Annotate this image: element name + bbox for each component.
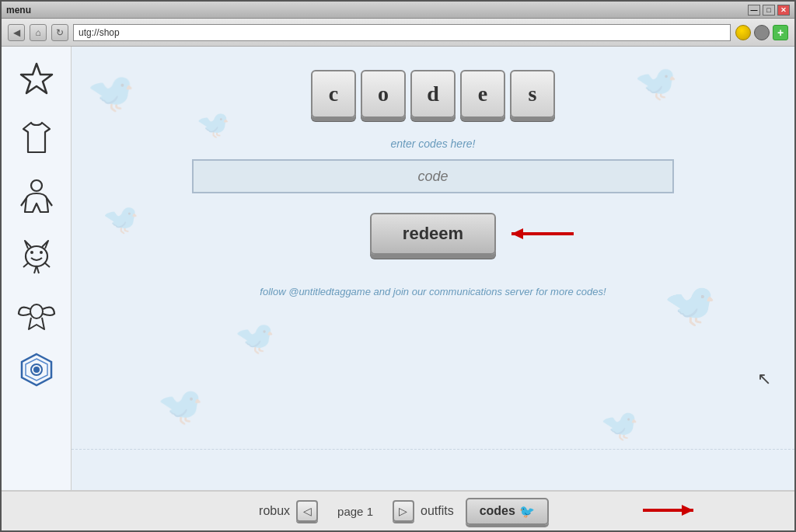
redeem-button[interactable]: redeem [370,213,496,255]
codes-tab-label: codes [480,504,515,518]
svg-point-6 [40,251,43,254]
svg-marker-13 [511,228,523,239]
settings-icon[interactable] [754,25,770,40]
wings-icon [16,292,58,334]
codes-title: c o d e s [311,70,555,118]
code-input-container [192,159,674,193]
pet-icon [17,235,56,275]
add-icon[interactable]: + [773,25,788,40]
star-icon [17,61,56,99]
title-bar: menu — □ ✕ [2,2,794,19]
codes-tab-button[interactable]: codes 🐦 [466,498,549,525]
window-title: menu [6,5,31,16]
key-d: d [410,70,456,118]
right-arrow-button[interactable]: ▷ [393,500,414,522]
redeem-container: redeem [370,213,496,255]
minimize-button[interactable]: — [748,5,760,16]
page-info: page 1 [330,505,381,518]
redeem-arrow [496,222,581,245]
sidebar-item-pet[interactable] [15,233,58,276]
shirt-icon [17,118,56,158]
sidebar [2,47,72,490]
main-window: menu — □ ✕ ◀ ⌂ ↻ + 🐦 🐦 🐦 🐦 🐦 🐦 🐦 🐦 [0,0,796,532]
codes-arrow [635,495,705,526]
window-controls: — □ ✕ [748,5,790,16]
enter-codes-label: enter codes here! [391,137,476,150]
toolbar-icons: + [735,25,788,40]
bottom-nav-bar: robux ◁ page 1 ▷ outfits codes 🐦 [2,490,794,530]
main-content: 🐦 🐦 🐦 🐦 🐦 🐦 🐦 🐦 🐦 [2,47,794,490]
cursor-icon: ↖ [757,369,771,389]
outfits-label: outfits [421,504,454,518]
key-s: s [510,70,555,118]
maximize-button[interactable]: □ [763,5,775,16]
back-button[interactable]: ◀ [8,24,25,41]
sidebar-item-favorites[interactable] [15,58,58,101]
content-area: c o d e s enter codes here! redeem follo… [72,47,794,490]
svg-point-11 [33,367,40,373]
sidebar-item-badge[interactable] [15,349,58,392]
sidebar-item-clothing[interactable] [15,116,58,159]
character-icon [17,176,56,217]
refresh-button[interactable]: ↻ [51,24,68,41]
svg-marker-0 [21,64,52,93]
key-o: o [361,70,406,118]
robux-label: robux [259,504,290,518]
svg-point-7 [30,304,43,318]
browser-toolbar: ◀ ⌂ ↻ + [2,19,794,47]
follow-text: follow @untitledtaggame and join our com… [260,286,606,297]
close-button[interactable]: ✕ [777,5,790,16]
code-input[interactable] [192,159,674,193]
svg-point-5 [30,251,33,254]
key-e: e [460,70,505,118]
badge-icon [17,351,56,391]
address-bar[interactable] [73,24,731,41]
left-arrow-button[interactable]: ◁ [296,500,318,522]
sidebar-item-character[interactable] [15,175,58,217]
svg-marker-15 [682,505,693,516]
svg-point-1 [31,180,42,191]
outfits-nav-item[interactable]: ▷ outfits [381,500,466,522]
coin-icon [735,25,751,40]
robux-nav-item[interactable]: robux ◁ [247,500,330,522]
home-button[interactable]: ⌂ [30,24,47,41]
sidebar-item-gear[interactable] [15,291,58,334]
twitter-icon: 🐦 [519,504,535,519]
key-c: c [311,70,356,118]
